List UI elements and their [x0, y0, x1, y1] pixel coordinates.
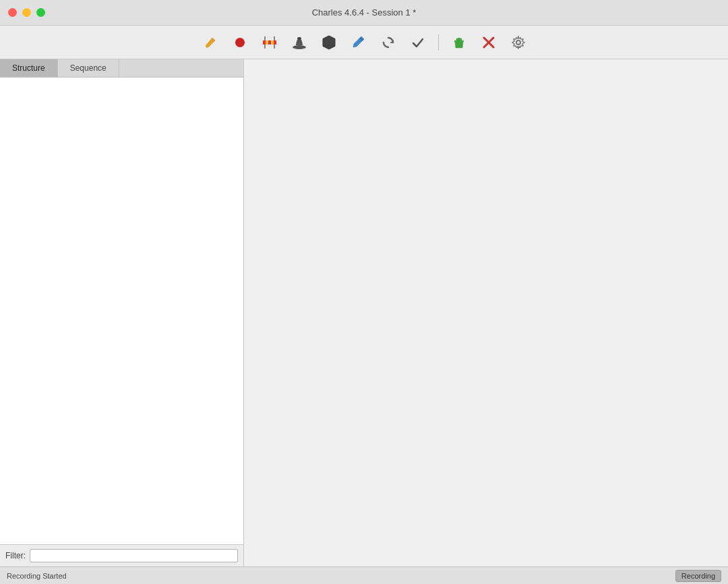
svg-point-9	[293, 45, 306, 49]
minimize-button[interactable]	[22, 8, 31, 17]
stop-button[interactable]	[317, 30, 341, 55]
record-button[interactable]	[228, 30, 252, 55]
main-content: Structure Sequence Filter:	[0, 59, 728, 566]
svg-marker-11	[323, 36, 335, 49]
filter-bar: Filter:	[0, 544, 243, 566]
svg-rect-4	[274, 40, 276, 45]
svg-rect-5	[264, 36, 266, 40]
pen-button[interactable]	[346, 30, 371, 55]
toolbar	[0, 26, 728, 59]
gear-button[interactable]	[506, 30, 530, 55]
recording-button[interactable]: Recording	[675, 570, 721, 582]
svg-rect-8	[274, 45, 275, 49]
close-button[interactable]	[8, 8, 17, 17]
pencil-button[interactable]	[198, 30, 222, 55]
toolbar-separator	[438, 34, 439, 51]
sequence-tab[interactable]: Sequence	[58, 59, 119, 77]
left-panel: Structure Sequence Filter:	[0, 59, 244, 566]
svg-rect-7	[264, 45, 266, 49]
svg-rect-12	[454, 40, 464, 42]
status-text: Recording Started	[7, 572, 67, 580]
svg-point-0	[235, 38, 245, 47]
maximize-button[interactable]	[36, 8, 45, 17]
svg-rect-6	[274, 36, 275, 40]
check-button[interactable]	[406, 30, 430, 55]
trash-button[interactable]	[447, 30, 471, 55]
svg-rect-3	[268, 40, 271, 45]
window-title: Charles 4.6.4 - Session 1 *	[312, 7, 417, 18]
window-controls	[8, 8, 45, 17]
filter-label: Filter:	[5, 551, 26, 560]
svg-rect-14	[458, 38, 460, 39]
status-bar: Recording Started Recording	[0, 566, 728, 584]
svg-point-10	[297, 37, 301, 40]
tree-area	[0, 78, 243, 544]
svg-point-20	[516, 40, 520, 45]
throttle-button[interactable]	[257, 30, 282, 55]
svg-rect-2	[263, 40, 266, 45]
tabs: Structure Sequence	[0, 59, 243, 78]
refresh-button[interactable]	[376, 30, 400, 55]
filter-input[interactable]	[30, 549, 238, 562]
hat-button[interactable]	[287, 30, 311, 55]
tools-button[interactable]	[477, 30, 501, 55]
title-bar: Charles 4.6.4 - Session 1 *	[0, 0, 728, 26]
structure-tab[interactable]: Structure	[0, 59, 58, 77]
right-panel	[244, 59, 728, 566]
